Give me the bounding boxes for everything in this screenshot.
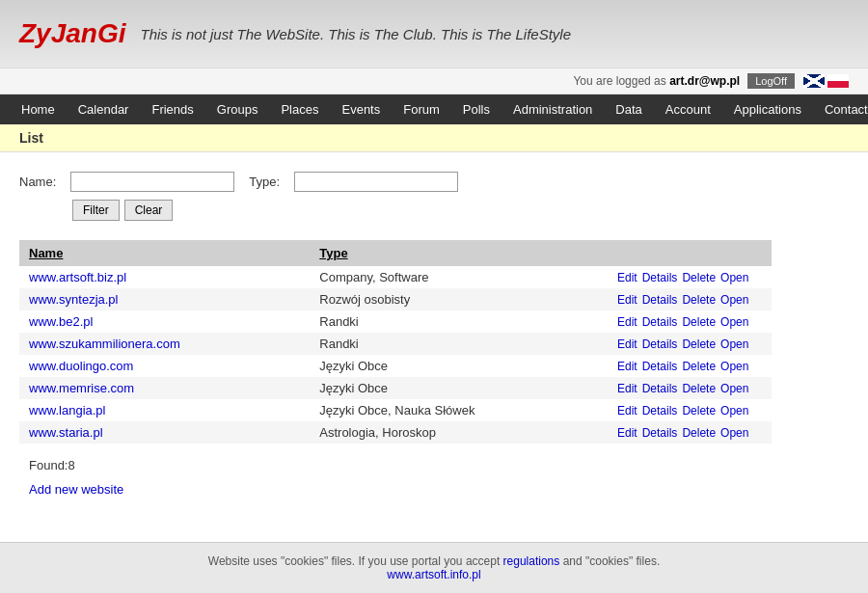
type-label: Type: (249, 175, 280, 189)
nav-item-friends[interactable]: Friends (140, 94, 204, 124)
table-row: www.be2.plRandkiEditDetailsDeleteOpen (19, 310, 772, 333)
nav-item-applications[interactable]: Applications (722, 94, 813, 124)
clear-button[interactable]: Clear (124, 200, 174, 221)
website-link[interactable]: www.memrise.com (29, 381, 134, 395)
website-type: Astrologia, Horoskop (310, 421, 608, 444)
nav-item-administration[interactable]: Administration (502, 94, 604, 124)
details-link[interactable]: Details (642, 315, 678, 329)
table-row: www.artsoft.biz.plCompany, SoftwareEditD… (19, 266, 772, 288)
filter-row: Name: Type: (19, 172, 849, 192)
website-type: Randki (310, 333, 608, 355)
open-link[interactable]: Open (720, 315, 748, 329)
table-row: www.staria.plAstrologia, HoroskopEditDet… (19, 421, 772, 444)
logged-as-text: You are logged as art.dr@wp.pl (573, 74, 740, 88)
page-title: List (19, 130, 43, 146)
tagline: This is not just The WebSite. This is Th… (140, 26, 571, 42)
nav-item-events[interactable]: Events (330, 94, 392, 124)
nav-item-calendar[interactable]: Calendar (67, 94, 141, 124)
website-link[interactable]: www.artsoft.biz.pl (29, 270, 126, 284)
logout-button[interactable]: LogOff (747, 73, 795, 89)
filter-button[interactable]: Filter (72, 200, 120, 221)
edit-link[interactable]: Edit (617, 337, 637, 351)
table-row: www.memrise.comJęzyki ObceEditDetailsDel… (19, 377, 772, 399)
website-type: Języki Obce (310, 355, 608, 377)
top-bar: You are logged as art.dr@wp.pl LogOff (0, 67, 868, 94)
open-link[interactable]: Open (720, 293, 748, 307)
edit-link[interactable]: Edit (617, 315, 637, 329)
delete-link[interactable]: Delete (682, 315, 716, 329)
website-type: Randki (310, 310, 608, 333)
header: ZyJanGi This is not just The WebSite. Th… (0, 0, 868, 67)
type-input[interactable] (294, 172, 458, 192)
delete-link[interactable]: Delete (682, 337, 716, 351)
delete-link[interactable]: Delete (682, 360, 716, 373)
nav-item-forum[interactable]: Forum (392, 94, 451, 124)
open-link[interactable]: Open (720, 337, 748, 351)
nav-item-groups[interactable]: Groups (205, 94, 270, 124)
page-title-bar: List (0, 124, 868, 152)
nav-item-account[interactable]: Account (654, 94, 722, 124)
table-row: www.syntezja.plRozwój osobistyEditDetail… (19, 288, 772, 310)
website-type: Języki Obce, Nauka Słówek (310, 399, 608, 421)
website-type: Company, Software (310, 266, 608, 288)
edit-link[interactable]: Edit (617, 404, 637, 418)
found-count: Found:8 (29, 458, 849, 472)
delete-link[interactable]: Delete (682, 404, 716, 418)
nav-item-data[interactable]: Data (604, 94, 653, 124)
website-link[interactable]: www.staria.pl (29, 425, 103, 440)
website-link[interactable]: www.duolingo.com (29, 359, 133, 373)
name-input[interactable] (70, 172, 234, 192)
table-row: www.duolingo.comJęzyki ObceEditDetailsDe… (19, 355, 772, 377)
table-header-row: Name Type (19, 240, 772, 266)
open-link[interactable]: Open (720, 382, 748, 395)
delete-link[interactable]: Delete (682, 382, 716, 395)
logo: ZyJanGi (19, 18, 125, 49)
filter-form: Name: Type: Filter Clear (19, 172, 849, 221)
flag-uk-icon[interactable] (803, 74, 825, 88)
nav-item-places[interactable]: Places (269, 94, 330, 124)
col-actions (608, 240, 772, 266)
open-link[interactable]: Open (720, 426, 748, 440)
name-label: Name: (19, 175, 56, 189)
open-link[interactable]: Open (720, 360, 748, 373)
delete-link[interactable]: Delete (682, 271, 716, 284)
website-link[interactable]: www.syntezja.pl (29, 292, 118, 307)
table-row: www.szukammilionera.comRandkiEditDetails… (19, 333, 772, 355)
details-link[interactable]: Details (642, 271, 678, 284)
websites-table: Name Type www.artsoft.biz.plCompany, Sof… (19, 240, 772, 444)
open-link[interactable]: Open (720, 404, 748, 418)
add-new-website-link[interactable]: Add new website (29, 482, 123, 497)
edit-link[interactable]: Edit (617, 382, 637, 395)
details-link[interactable]: Details (642, 337, 678, 351)
content: Name: Type: Filter Clear Name Type www.a… (0, 152, 868, 516)
details-link[interactable]: Details (642, 360, 678, 373)
main-nav: HomeCalendarFriendsGroupsPlacesEventsFor… (0, 94, 868, 124)
edit-link[interactable]: Edit (617, 360, 637, 373)
col-name: Name (19, 240, 310, 266)
details-link[interactable]: Details (642, 404, 678, 418)
table-row: www.langia.plJęzyki Obce, Nauka SłówekEd… (19, 399, 772, 421)
edit-link[interactable]: Edit (617, 293, 637, 307)
website-type: Rozwój osobisty (310, 288, 608, 310)
open-link[interactable]: Open (720, 271, 748, 284)
details-link[interactable]: Details (642, 293, 678, 307)
details-link[interactable]: Details (642, 426, 678, 440)
nav-item-home[interactable]: Home (10, 94, 67, 124)
website-type: Języki Obce (310, 377, 608, 399)
edit-link[interactable]: Edit (617, 426, 637, 440)
flag-pl-icon[interactable] (827, 74, 849, 88)
details-link[interactable]: Details (642, 382, 678, 395)
col-type: Type (310, 240, 608, 266)
website-link[interactable]: www.szukammilionera.com (29, 337, 180, 351)
delete-link[interactable]: Delete (682, 426, 716, 440)
website-link[interactable]: www.be2.pl (29, 314, 93, 329)
nav-item-contact[interactable]: Contact (813, 94, 868, 124)
website-link[interactable]: www.langia.pl (29, 403, 106, 418)
username: art.dr@wp.pl (669, 74, 740, 88)
nav-item-polls[interactable]: Polls (451, 94, 502, 124)
edit-link[interactable]: Edit (617, 271, 637, 284)
delete-link[interactable]: Delete (682, 293, 716, 307)
